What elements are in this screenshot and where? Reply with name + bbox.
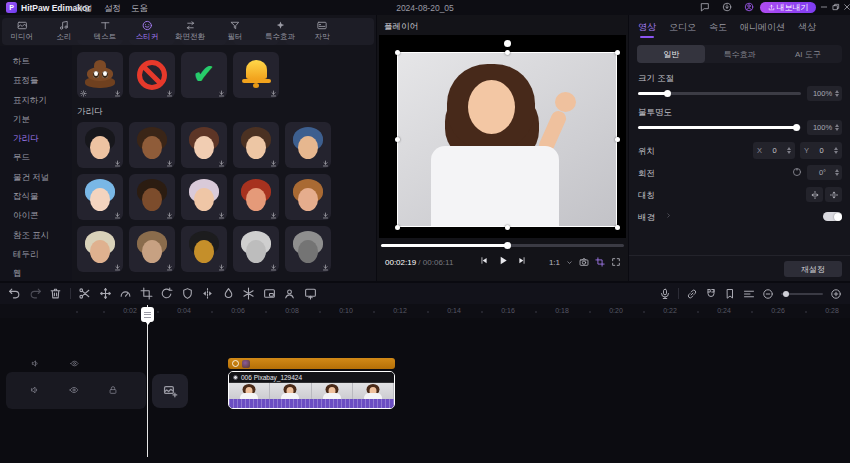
download-icon[interactable] [322,264,329,271]
account-icon[interactable] [744,2,754,12]
download-icon[interactable] [114,160,121,167]
next-frame-button[interactable] [517,256,526,265]
timeline-ruler[interactable]: 0:020:040:060:080:100:120:140:160:180:20… [0,304,850,318]
gear-icon[interactable] [80,90,87,97]
download-icon[interactable] [114,90,121,97]
opacity-slider[interactable] [638,126,801,129]
sidebar-item[interactable]: 표정들 [0,71,72,90]
download-icon[interactable] [322,160,329,167]
chroma-icon[interactable] [222,287,235,300]
video-frame[interactable] [397,52,617,227]
no-entry-sticker[interactable] [129,52,175,98]
scale-value[interactable]: 100% [807,86,842,101]
pip-icon[interactable] [263,287,276,300]
preview-canvas[interactable] [379,35,626,238]
background-toggle[interactable] [823,212,842,221]
bell-sticker[interactable] [233,52,279,98]
face-sticker[interactable] [233,226,279,272]
crop-icon[interactable] [140,287,153,300]
face-sticker[interactable] [77,174,123,220]
face-sticker[interactable] [285,174,331,220]
tab-text[interactable]: 텍스트 [94,20,117,42]
flip-horizontal-button[interactable] [806,187,823,202]
speaker-icon[interactable] [30,385,40,395]
face-sticker[interactable] [129,174,175,220]
download-icon[interactable] [166,212,173,219]
download-icon[interactable] [270,264,277,271]
download-icon[interactable] [322,212,329,219]
face-sticker[interactable] [77,122,123,168]
reset-button[interactable]: 재설정 [784,261,842,277]
restore-icon[interactable] [832,3,840,11]
face-sticker[interactable] [285,226,331,272]
scissors-icon[interactable] [78,287,91,300]
rotate-handle[interactable] [504,40,511,47]
sidebar-item[interactable]: 기분 [0,110,72,129]
face-sticker[interactable] [285,122,331,168]
mirror-icon[interactable] [201,287,214,300]
snapshot-icon[interactable] [579,257,589,267]
download-icon[interactable] [270,160,277,167]
seek-knob[interactable] [504,242,511,249]
download-icon[interactable] [114,212,121,219]
inspector-subtab[interactable]: 특수효과 [705,45,773,63]
lock-icon[interactable] [108,385,118,395]
speed-icon[interactable] [119,287,132,300]
tab-media[interactable]: 미디어 [11,20,34,42]
export-button[interactable]: 내보내기 [760,2,816,13]
sticker-clip[interactable] [228,358,395,369]
rotation-value[interactable]: 0° [807,165,842,180]
rotation-dial-icon[interactable] [792,167,802,177]
speaker-icon[interactable] [31,359,40,368]
trash-icon[interactable] [49,287,62,300]
inspector-tab[interactable]: 속도 [709,21,727,34]
face-sticker[interactable] [129,122,175,168]
tab-filter[interactable]: 필터 [228,20,243,42]
download-icon[interactable] [166,90,173,97]
resize-handle[interactable] [615,225,620,230]
inspector-subtab[interactable]: 일반 [637,45,705,63]
undo-icon[interactable] [8,287,21,300]
resize-handle[interactable] [505,225,510,230]
tab-subtitle[interactable]: 자막 [315,20,330,42]
resize-handle[interactable] [395,137,400,142]
magnet-icon[interactable] [705,288,717,300]
menu-help[interactable]: 도움 [131,3,148,15]
eye-icon[interactable] [70,359,79,368]
sidebar-item[interactable]: 참조 표시 [0,226,72,245]
zoom-in-icon[interactable] [830,288,842,300]
update-icon[interactable] [722,2,732,12]
face-sticker[interactable] [233,174,279,220]
sidebar-item[interactable]: 웹 [0,264,72,283]
sidebar-item[interactable]: 잡식물 [0,187,72,206]
feedback-icon[interactable] [700,2,710,12]
face-sticker[interactable] [77,226,123,272]
link-icon[interactable] [686,288,698,300]
eye-icon[interactable] [69,385,79,395]
timeline-zoom-slider[interactable] [781,293,823,295]
sidebar-item[interactable]: 테두리 [0,245,72,264]
tracks-icon[interactable] [743,288,755,300]
check-sticker[interactable]: ✔ [181,52,227,98]
menu-file[interactable]: 파일 [75,3,92,15]
sidebar-item[interactable]: 표지하기 [0,91,72,110]
inspector-tab[interactable]: 영상 [638,21,656,34]
download-icon[interactable] [166,264,173,271]
mask-icon[interactable] [181,287,194,300]
scale-slider[interactable] [638,92,801,95]
tab-transition[interactable]: 화면전환 [175,20,205,42]
inspector-tab[interactable]: 오디오 [669,21,696,34]
download-icon[interactable] [166,160,173,167]
sidebar-item[interactable]: 아이콘 [0,206,72,225]
mic-icon[interactable] [659,288,671,300]
resize-handle[interactable] [395,50,400,55]
tab-effects[interactable]: 특수효과 [265,20,295,42]
face-sticker[interactable] [233,122,279,168]
crop-icon[interactable] [595,257,605,267]
inspector-tab[interactable]: 애니메이션 [740,21,785,34]
position-y-field[interactable]: Y0 [800,142,842,159]
opacity-value[interactable]: 100% [807,120,842,135]
face-sticker[interactable] [181,122,227,168]
tab-audio[interactable]: 소리 [57,20,72,42]
menu-settings[interactable]: 설정 [104,3,121,15]
